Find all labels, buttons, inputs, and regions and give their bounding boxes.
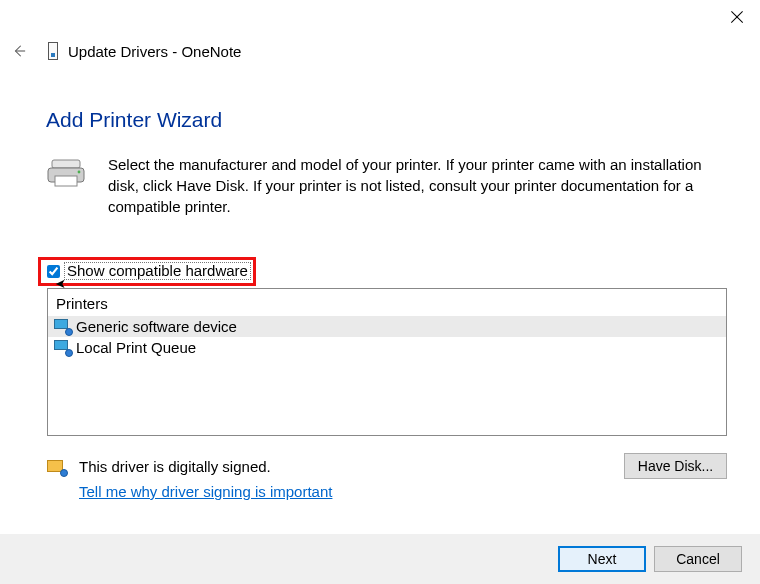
header: Update Drivers - OneNote bbox=[12, 42, 748, 60]
show-compatible-label: Show compatible hardware bbox=[64, 262, 251, 281]
driver-signing-status: This driver is digitally signed. bbox=[79, 458, 332, 475]
printers-list-header: Printers bbox=[48, 289, 726, 316]
show-compatible-hardware[interactable]: Show compatible hardware bbox=[47, 261, 251, 281]
printer-icon bbox=[46, 158, 86, 217]
list-item-label: Local Print Queue bbox=[76, 339, 196, 356]
footer: Next Cancel bbox=[0, 533, 760, 584]
window-title: Update Drivers - OneNote bbox=[68, 43, 241, 60]
printer-list-icon bbox=[54, 319, 72, 335]
list-item[interactable]: Generic software device bbox=[48, 316, 726, 337]
printer-list-icon bbox=[54, 340, 72, 356]
next-button[interactable]: Next bbox=[558, 546, 646, 572]
window-title-subject: OneNote bbox=[181, 43, 241, 60]
back-arrow-icon[interactable] bbox=[12, 44, 26, 58]
cancel-button[interactable]: Cancel bbox=[654, 546, 742, 572]
driver-signing-row: This driver is digitally signed. Tell me… bbox=[47, 458, 332, 500]
close-icon[interactable] bbox=[728, 8, 746, 26]
list-item-label: Generic software device bbox=[76, 318, 237, 335]
svg-point-3 bbox=[78, 171, 81, 174]
list-item[interactable]: Local Print Queue bbox=[48, 337, 726, 358]
wizard-title: Add Printer Wizard bbox=[46, 108, 222, 132]
wizard-description-row: Select the manufacturer and model of you… bbox=[46, 154, 730, 217]
svg-rect-2 bbox=[55, 176, 77, 186]
wizard-description: Select the manufacturer and model of you… bbox=[108, 154, 730, 217]
window-title-prefix: Update Drivers bbox=[68, 43, 168, 60]
driver-signing-link[interactable]: Tell me why driver signing is important bbox=[79, 483, 332, 500]
svg-rect-0 bbox=[52, 160, 80, 168]
device-icon bbox=[48, 42, 58, 60]
have-disk-button[interactable]: Have Disk... bbox=[624, 453, 727, 479]
printers-list-panel: Printers Generic software device Local P… bbox=[47, 288, 727, 436]
cert-icon bbox=[47, 460, 67, 476]
